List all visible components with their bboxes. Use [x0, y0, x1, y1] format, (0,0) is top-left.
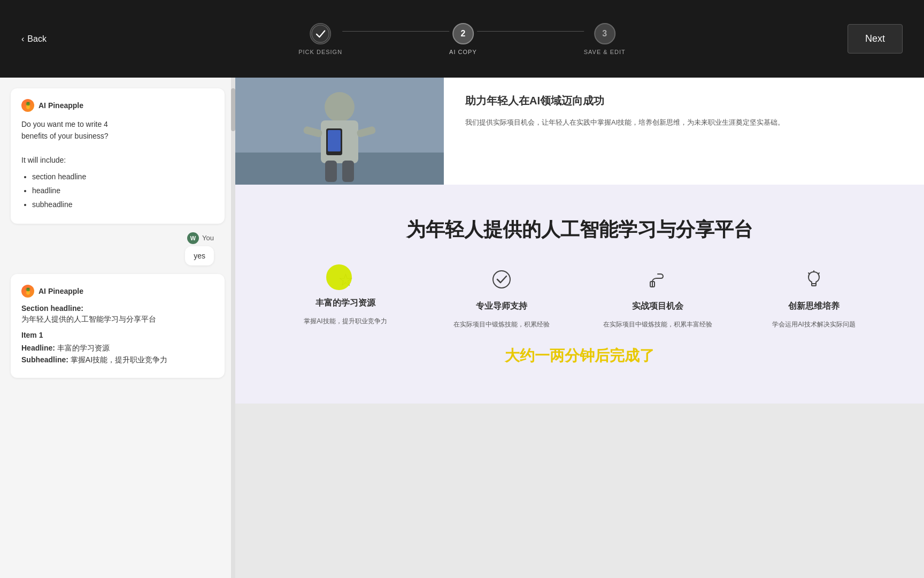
step3-label: SAVE & EDIT [584, 49, 626, 55]
svg-rect-9 [328, 130, 341, 151]
topbar: ‹ Back PICK DESIGN 2 AI COPY [0, 0, 924, 78]
scrollbar-track[interactable] [231, 78, 235, 578]
benefit-item-4: 创新思维培养 学会运用AI技术解决实际问题 [746, 270, 881, 330]
svg-point-4 [325, 92, 355, 122]
step3-circle: 3 [594, 23, 615, 44]
svg-point-0 [312, 25, 329, 42]
back-button[interactable]: ‹ Back [21, 34, 47, 44]
preview-body: 我们提供实际项目机会，让年轻人在实践中掌握AI技能，培养创新思维，为未来职业生涯… [465, 117, 903, 128]
svg-line-16 [818, 273, 819, 274]
ai-name-2: AI Pineapple [38, 287, 83, 295]
benefit-item-1: ☆ 丰富的学习资源 掌握AI技能，提升职业竞争力 [278, 270, 413, 330]
benefit-icon-3 [648, 270, 667, 293]
ai-avatar-1: 🍍 [21, 99, 34, 112]
benefit-title-4: 创新思维培养 [788, 301, 840, 312]
right-panel: 助力年轻人在AI领域迈向成功 我们提供实际项目机会，让年轻人在实践中掌握AI技能… [235, 78, 924, 578]
item1-title: Item 1 [21, 331, 214, 339]
ai-message-1: Do you want me to write 4 benefits of yo… [21, 118, 214, 211]
preview-image [235, 78, 444, 185]
preview-headline: 助力年轻人在AI领域迈向成功 [465, 94, 903, 108]
step2-circle: 2 [452, 23, 474, 44]
user-reply-container: W You yes [11, 232, 225, 265]
svg-rect-14 [812, 284, 816, 286]
step-ai-copy: 2 AI COPY [449, 23, 477, 55]
preview-text-area: 助力年轻人在AI领域迈向成功 我们提供实际项目机会，让年轻人在实践中掌握AI技能… [444, 78, 924, 185]
step-pick-design: PICK DESIGN [298, 23, 342, 55]
svg-line-17 [808, 273, 810, 274]
ai-header-1: 🍍 AI Pineapple [21, 99, 214, 112]
subheadline-field-value: 掌握AI技能，提升职业竞争力 [71, 355, 167, 364]
subtitle-text: 大约一两分钟后完成了 [278, 340, 881, 371]
benefit-title-3: 实战项目机会 [632, 301, 683, 312]
benefit-icon-1: ☆ [338, 270, 353, 290]
ai-name-1: AI Pineapple [38, 101, 83, 110]
user-bubble-wrapper: W You yes [185, 232, 214, 265]
step1-circle [310, 23, 331, 44]
step-connector-1 [342, 31, 449, 32]
subheadline-field-label: Subheadline: [21, 355, 68, 364]
benefit-desc-1: 掌握AI技能，提升职业竞争力 [304, 316, 387, 326]
user-label: W You [187, 232, 214, 244]
benefit-title-2: 专业导师支持 [476, 301, 527, 312]
step-connector-2 [477, 31, 584, 32]
section-headline-label: Section headline: [21, 304, 214, 313]
left-panel[interactable]: 🍍 AI Pineapple Do you want me to write 4… [0, 78, 235, 578]
benefit-desc-2: 在实际项目中锻炼技能，积累经验 [453, 320, 550, 330]
benefit-title-1: 丰富的学习资源 [315, 298, 375, 309]
list-item-2: headline [32, 185, 214, 196]
benefit-item-3: 实战项目机会 在实际项目中锻炼技能，积累丰富经验 [590, 270, 725, 330]
svg-point-12 [493, 271, 510, 288]
step1-label: PICK DESIGN [298, 49, 342, 55]
list-item-3: subheadline [32, 199, 214, 210]
ai-header-2: 🍍 AI Pineapple [21, 285, 214, 298]
svg-rect-10 [325, 161, 337, 182]
svg-rect-11 [342, 161, 354, 182]
preview-section2: 为年轻人提供的人工智能学习与分享平台 ☆ 丰富的学习资源 掌握AI技能，提升职业… [235, 185, 924, 404]
benefit-desc-3: 在实际项目中锻炼技能，积累丰富经验 [603, 320, 712, 330]
headline-row: Headline: 丰富的学习资源 [21, 344, 214, 353]
step-save-edit: 3 SAVE & EDIT [584, 23, 626, 55]
headline-field-value: 丰富的学习资源 [57, 344, 110, 352]
benefit-desc-4: 学会运用AI技术解决实际问题 [772, 320, 855, 330]
benefit-icon-2 [492, 270, 511, 293]
back-chevron-icon: ‹ [21, 34, 24, 44]
user-avatar: W [187, 232, 199, 244]
preview-section1: 助力年轻人在AI领域迈向成功 我们提供实际项目机会，让年轻人在实践中掌握AI技能… [235, 78, 924, 185]
user-name: You [202, 234, 214, 242]
subheadline-row: Subheadline: 掌握AI技能，提升职业竞争力 [21, 355, 214, 365]
preview-image-inner [235, 78, 444, 185]
benefit-item-2: 专业导师支持 在实际项目中锻炼技能，积累经验 [434, 270, 569, 330]
main-content: 🍍 AI Pineapple Do you want me to write 4… [0, 78, 924, 578]
step2-label: AI COPY [449, 49, 477, 55]
benefit-icon-4 [804, 270, 823, 293]
scrollbar-thumb[interactable] [231, 88, 235, 131]
steps-container: PICK DESIGN 2 AI COPY 3 SAVE & EDIT [298, 23, 626, 55]
ai-chat-bubble-2: 🍍 AI Pineapple Section headline: 为年轻人提供的… [11, 274, 225, 378]
includes-list: section headline headline subheadline [21, 171, 214, 211]
next-button[interactable]: Next [848, 24, 903, 54]
section-main-title: 为年轻人提供的人工智能学习与分享平台 [278, 217, 881, 243]
benefits-grid: ☆ 丰富的学习资源 掌握AI技能，提升职业竞争力 专业导师支持 [278, 270, 881, 330]
ai-chat-bubble-1: 🍍 AI Pineapple Do you want me to write 4… [11, 88, 225, 224]
section-headline-value: 为年轻人提供的人工智能学习与分享平台 [21, 315, 214, 324]
back-label: Back [27, 34, 47, 44]
ai-avatar-2: 🍍 [21, 285, 34, 298]
user-message: yes [185, 246, 214, 265]
list-item-1: section headline [32, 171, 214, 182]
subtitle-banner: 大约一两分钟后完成了 [278, 340, 881, 371]
headline-field-label: Headline: [21, 344, 55, 352]
